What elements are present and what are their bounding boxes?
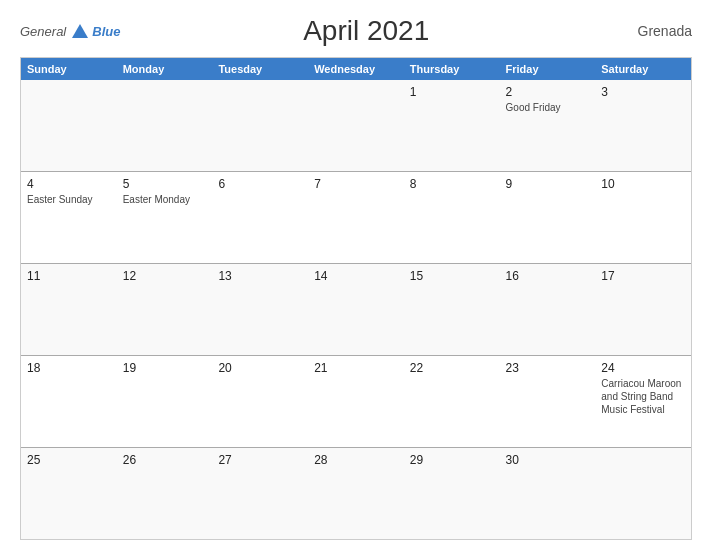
calendar-cell: 2Good Friday [500, 80, 596, 171]
logo-general: General [20, 24, 66, 39]
day-number: 29 [410, 453, 494, 467]
day-number: 15 [410, 269, 494, 283]
header-tuesday: Tuesday [212, 58, 308, 80]
day-number: 4 [27, 177, 111, 191]
calendar-cell: 23 [500, 356, 596, 447]
day-number: 5 [123, 177, 207, 191]
day-number: 23 [506, 361, 590, 375]
day-number: 18 [27, 361, 111, 375]
header-wednesday: Wednesday [308, 58, 404, 80]
calendar-cell: 25 [21, 448, 117, 539]
day-number: 2 [506, 85, 590, 99]
day-event: Easter Monday [123, 194, 190, 205]
day-number: 3 [601, 85, 685, 99]
day-number: 17 [601, 269, 685, 283]
header: General Blue April 2021 Grenada [20, 15, 692, 47]
day-event: Good Friday [506, 102, 561, 113]
calendar-cell: 8 [404, 172, 500, 263]
day-number: 8 [410, 177, 494, 191]
country-label: Grenada [612, 23, 692, 39]
calendar-cell: 19 [117, 356, 213, 447]
day-number: 11 [27, 269, 111, 283]
calendar-cell: 14 [308, 264, 404, 355]
calendar-cell: 4Easter Sunday [21, 172, 117, 263]
day-number: 21 [314, 361, 398, 375]
day-number: 22 [410, 361, 494, 375]
logo-triangle-icon [72, 24, 88, 38]
calendar-cell: 11 [21, 264, 117, 355]
day-number: 24 [601, 361, 685, 375]
calendar-cell [595, 448, 691, 539]
calendar-cell: 29 [404, 448, 500, 539]
header-saturday: Saturday [595, 58, 691, 80]
day-number: 20 [218, 361, 302, 375]
day-event: Easter Sunday [27, 194, 93, 205]
calendar-week-5: 252627282930 [21, 448, 691, 539]
header-friday: Friday [500, 58, 596, 80]
calendar-cell [117, 80, 213, 171]
calendar-cell: 30 [500, 448, 596, 539]
calendar-week-4: 18192021222324Carriacou Maroon and Strin… [21, 356, 691, 448]
calendar-cell: 28 [308, 448, 404, 539]
day-number: 10 [601, 177, 685, 191]
calendar-cell: 24Carriacou Maroon and String Band Music… [595, 356, 691, 447]
header-monday: Monday [117, 58, 213, 80]
header-thursday: Thursday [404, 58, 500, 80]
calendar-cell: 12 [117, 264, 213, 355]
day-number: 28 [314, 453, 398, 467]
calendar-cell: 18 [21, 356, 117, 447]
day-number: 1 [410, 85, 494, 99]
calendar-cell [21, 80, 117, 171]
calendar-cell: 6 [212, 172, 308, 263]
calendar-title: April 2021 [120, 15, 612, 47]
calendar-cell: 27 [212, 448, 308, 539]
calendar-body: 12Good Friday34Easter Sunday5Easter Mond… [21, 80, 691, 539]
calendar-cell [308, 80, 404, 171]
calendar-cell: 22 [404, 356, 500, 447]
calendar-cell: 17 [595, 264, 691, 355]
calendar-week-3: 11121314151617 [21, 264, 691, 356]
calendar-cell: 9 [500, 172, 596, 263]
page: General Blue April 2021 Grenada Sunday M… [0, 0, 712, 550]
calendar-cell [212, 80, 308, 171]
day-number: 12 [123, 269, 207, 283]
logo-blue: Blue [92, 24, 120, 39]
calendar-cell: 1 [404, 80, 500, 171]
logo: General Blue [20, 24, 120, 39]
calendar-cell: 10 [595, 172, 691, 263]
day-event: Carriacou Maroon and String Band Music F… [601, 378, 681, 415]
day-number: 26 [123, 453, 207, 467]
day-number: 13 [218, 269, 302, 283]
header-sunday: Sunday [21, 58, 117, 80]
day-number: 27 [218, 453, 302, 467]
calendar-cell: 15 [404, 264, 500, 355]
calendar-week-1: 12Good Friday3 [21, 80, 691, 172]
calendar: Sunday Monday Tuesday Wednesday Thursday… [20, 57, 692, 540]
calendar-cell: 13 [212, 264, 308, 355]
day-number: 19 [123, 361, 207, 375]
day-number: 7 [314, 177, 398, 191]
calendar-cell: 7 [308, 172, 404, 263]
calendar-header: Sunday Monday Tuesday Wednesday Thursday… [21, 58, 691, 80]
calendar-cell: 5Easter Monday [117, 172, 213, 263]
calendar-week-2: 4Easter Sunday5Easter Monday678910 [21, 172, 691, 264]
day-number: 14 [314, 269, 398, 283]
day-number: 6 [218, 177, 302, 191]
day-number: 25 [27, 453, 111, 467]
calendar-cell: 20 [212, 356, 308, 447]
calendar-cell: 26 [117, 448, 213, 539]
day-number: 16 [506, 269, 590, 283]
day-number: 30 [506, 453, 590, 467]
calendar-cell: 21 [308, 356, 404, 447]
calendar-cell: 3 [595, 80, 691, 171]
day-number: 9 [506, 177, 590, 191]
calendar-cell: 16 [500, 264, 596, 355]
